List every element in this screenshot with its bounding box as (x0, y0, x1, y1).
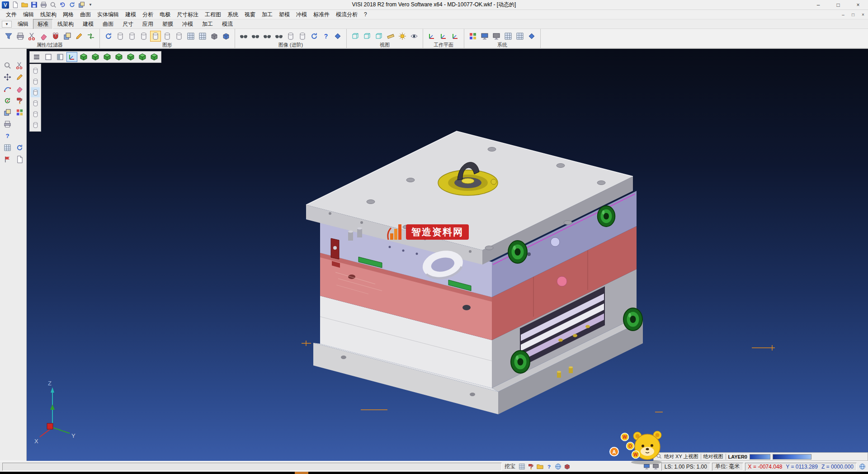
iso-view-icon[interactable] (350, 31, 361, 42)
view-transparent-icon[interactable] (238, 31, 249, 42)
shading-mode-4-icon[interactable] (162, 31, 173, 42)
solid-display-icon[interactable] (285, 31, 296, 42)
swap-icon[interactable] (85, 31, 96, 42)
measure-icon[interactable] (385, 31, 396, 42)
rendered-cube-icon[interactable] (221, 31, 231, 42)
refresh-icon[interactable] (68, 1, 76, 9)
draw-tool-icon[interactable] (14, 71, 25, 82)
qat-dropdown-icon[interactable]: ▼ (87, 3, 94, 7)
wireframe-grid-icon[interactable] (185, 31, 196, 42)
menu-standard-parts[interactable]: 标准件 (310, 10, 333, 19)
perspective-icon[interactable] (526, 31, 537, 42)
move-tool-icon[interactable] (2, 71, 13, 82)
view-axes-active-icon[interactable] (66, 52, 77, 62)
trim-icon[interactable] (27, 31, 38, 42)
open-folder-icon[interactable] (535, 463, 544, 471)
new-file-icon[interactable] (11, 1, 19, 9)
guide-bushing-3[interactable] (623, 308, 642, 331)
view-ghost-icon[interactable] (262, 31, 273, 42)
view-cube-front-icon[interactable] (90, 52, 101, 62)
color-swatch-2[interactable] (773, 454, 811, 460)
menu-help[interactable]: ? (361, 10, 370, 19)
layer-manager-icon[interactable] (62, 31, 73, 42)
guide-bushing-1[interactable] (508, 241, 527, 263)
curve-tool-icon[interactable] (2, 83, 13, 94)
tab-progress[interactable]: 冲模 (178, 19, 198, 29)
open-file-icon[interactable] (20, 1, 28, 9)
units-field[interactable]: 单位: 毫米 (712, 463, 743, 471)
print-tool-icon[interactable] (2, 118, 13, 129)
menu-electrode[interactable]: 电极 (156, 10, 174, 19)
snap-icon[interactable] (50, 31, 61, 42)
mdi-minimize-button[interactable]: – (838, 10, 848, 19)
zoom-tool-icon[interactable] (2, 60, 13, 71)
maximize-button[interactable]: □ (828, 0, 848, 10)
tab-modeling[interactable]: 建模 (78, 19, 98, 29)
shading-mode-5-icon[interactable] (174, 31, 184, 42)
layers-tool-icon[interactable] (2, 107, 13, 118)
tab-edit[interactable]: 编辑 (13, 19, 33, 29)
tab-mould[interactable]: 塑膜 (158, 19, 178, 29)
view-cube-shaded-icon[interactable] (149, 52, 160, 62)
menu-mesh[interactable]: 网格 (60, 10, 77, 19)
delete-icon[interactable] (38, 31, 49, 42)
grid-tool-icon[interactable] (2, 142, 13, 153)
query-tool-icon[interactable] (2, 130, 13, 141)
filter-wire-icon[interactable] (31, 98, 40, 108)
visibility-icon[interactable] (409, 31, 420, 42)
guide-bushing-4[interactable] (511, 351, 530, 373)
taskbar-app-chip[interactable] (295, 472, 308, 474)
view-menu-icon[interactable] (31, 52, 42, 62)
mdi-restore-button[interactable]: □ (848, 10, 858, 19)
menu-machining[interactable]: 加工 (259, 10, 276, 19)
color-swatch-1[interactable] (750, 454, 770, 460)
color-mode-icon[interactable] (526, 463, 535, 471)
shading-mode-active-icon[interactable] (150, 31, 161, 42)
view-cube-side-icon[interactable] (102, 52, 113, 62)
layer-label[interactable]: LAYER0 (728, 454, 747, 460)
light-icon[interactable] (397, 31, 408, 42)
menu-file[interactable]: 文件 (3, 10, 20, 19)
tab-wireframe[interactable]: 线架构 (53, 19, 78, 29)
tab-flow[interactable]: 模流 (217, 19, 237, 29)
menu-flow-analysis[interactable]: 模流分析 (333, 10, 361, 19)
mascot-overlay[interactable]: W O W (620, 429, 670, 465)
guide-bushing-2[interactable] (598, 206, 615, 227)
save-icon[interactable] (30, 1, 38, 9)
view-split-icon[interactable] (55, 52, 66, 62)
shading-mode-2-icon[interactable] (127, 31, 137, 42)
menu-mould[interactable]: 塑模 (276, 10, 293, 19)
shading-mode-1-icon[interactable] (115, 31, 126, 42)
tab-dimension[interactable]: 尺寸 (118, 19, 138, 29)
view-cube-top-icon[interactable] (78, 52, 89, 62)
view-cube-bottom-icon[interactable] (125, 52, 136, 62)
filter-active-icon[interactable] (31, 87, 40, 97)
system-settings-icon[interactable] (491, 31, 502, 42)
color-settings-icon[interactable] (467, 31, 478, 42)
filter-point-icon[interactable] (31, 109, 40, 119)
absolute-view-label[interactable]: 绝对视图 (703, 453, 723, 460)
view-blank-icon[interactable] (43, 52, 54, 62)
status-globe-icon[interactable] (858, 463, 867, 471)
workplane-edit-icon[interactable] (438, 31, 449, 42)
display-settings-icon[interactable] (479, 31, 490, 42)
menu-progress[interactable]: 冲模 (293, 10, 310, 19)
edit-attributes-icon[interactable] (74, 31, 85, 42)
regen-icon[interactable] (103, 31, 114, 42)
3d-viewport[interactable]: Z X Y (27, 49, 868, 461)
shaded-cube-icon[interactable] (209, 31, 220, 42)
print-preview-icon[interactable] (49, 1, 57, 9)
rotate-tool-icon[interactable] (2, 95, 13, 106)
grid-settings-icon[interactable] (503, 31, 514, 42)
filter-surface-icon[interactable] (31, 76, 40, 86)
undo-icon[interactable] (58, 1, 66, 9)
menu-wireframe[interactable]: 线架构 (37, 10, 60, 19)
web-icon[interactable] (553, 463, 562, 471)
filter-solid-icon[interactable] (31, 66, 40, 76)
help-icon[interactable] (544, 463, 553, 471)
view-cube-iso-icon[interactable] (137, 52, 148, 62)
view-cube-back-icon[interactable] (113, 52, 124, 62)
print-entity-icon[interactable] (15, 31, 26, 42)
menu-system[interactable]: 系统 (224, 10, 241, 19)
filter-icon[interactable] (3, 31, 14, 42)
